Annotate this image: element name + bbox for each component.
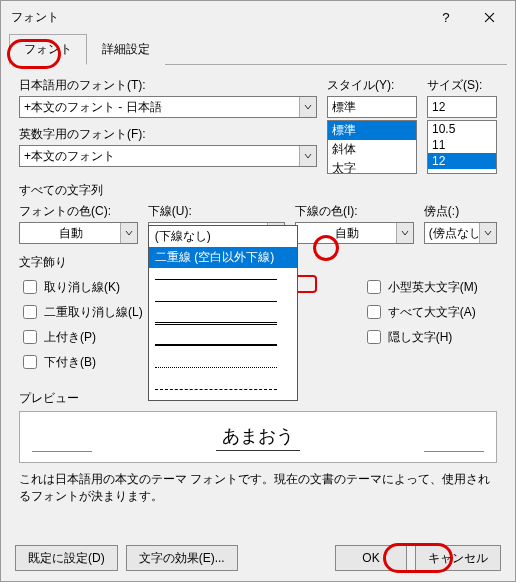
- list-item[interactable]: 斜体: [328, 140, 416, 159]
- titlebar: フォント ?: [1, 1, 515, 33]
- svg-text:?: ?: [442, 12, 449, 23]
- double-strike-checkbox[interactable]: 二重取り消し線(L): [19, 302, 143, 322]
- chevron-down-icon[interactable]: [120, 223, 137, 243]
- tab-strip: フォント 詳細設定: [9, 33, 507, 65]
- superscript-checkbox[interactable]: 上付き(P): [19, 327, 143, 347]
- underline-color-label: 下線の色(I):: [295, 203, 414, 220]
- size-listbox[interactable]: 10.5 11 12: [427, 120, 497, 174]
- list-item[interactable]: 太字: [328, 159, 416, 174]
- size-input[interactable]: [427, 96, 497, 118]
- en-font-combo[interactable]: [19, 145, 317, 167]
- jp-font-combo[interactable]: [19, 96, 317, 118]
- chevron-down-icon[interactable]: [396, 223, 413, 243]
- subscript-checkbox[interactable]: 下付き(B): [19, 352, 143, 372]
- dialog-body: 日本語用のフォント(T): 英数字用のフォント(F): スタイル(Y): 標準 …: [1, 65, 515, 521]
- strike-checkbox[interactable]: 取り消し線(K): [19, 277, 143, 297]
- ok-button[interactable]: OK: [335, 545, 407, 571]
- underline-sample[interactable]: [149, 268, 297, 290]
- size-label: サイズ(S):: [427, 77, 497, 94]
- style-listbox[interactable]: 標準 斜体 太字: [327, 120, 417, 174]
- text-effects-button[interactable]: 文字の効果(E)...: [126, 545, 238, 571]
- chevron-down-icon[interactable]: [299, 97, 316, 117]
- list-item[interactable]: 12: [428, 153, 496, 169]
- tab-font[interactable]: フォント: [9, 34, 87, 65]
- hidden-checkbox[interactable]: 隠し文字(H): [363, 327, 478, 347]
- dialog-footer: 既定に設定(D) 文字の効果(E)... OK キャンセル: [1, 545, 515, 571]
- allchars-label: すべての文字列: [19, 182, 497, 199]
- emphasis-label: 傍点(:): [424, 203, 497, 220]
- underline-dropdown[interactable]: (下線なし) 二重線 (空白以外下線): [148, 225, 298, 401]
- en-font-input[interactable]: [19, 145, 317, 167]
- list-item[interactable]: 11: [428, 137, 496, 153]
- set-default-button[interactable]: 既定に設定(D): [15, 545, 118, 571]
- underline-sample[interactable]: [149, 334, 297, 356]
- jp-font-label: 日本語用のフォント(T):: [19, 77, 317, 94]
- preview-box: あまおう: [19, 411, 497, 463]
- list-item[interactable]: 10.5: [428, 121, 496, 137]
- jp-font-input[interactable]: [19, 96, 317, 118]
- font-note: これは日本語用の本文のテーマ フォントです。現在の文書のテーマによって、使用され…: [19, 471, 497, 505]
- help-button[interactable]: ?: [423, 3, 467, 31]
- close-button[interactable]: [467, 3, 511, 31]
- dialog-title: フォント: [11, 9, 423, 26]
- font-color-combo[interactable]: [19, 222, 138, 244]
- underline-color-combo[interactable]: [295, 222, 414, 244]
- emphasis-combo[interactable]: [424, 222, 497, 244]
- style-label: スタイル(Y):: [327, 77, 417, 94]
- underline-sample[interactable]: [149, 290, 297, 312]
- underline-sample[interactable]: [149, 356, 297, 378]
- font-dialog: フォント ? フォント 詳細設定 日本語用のフォント(T): 英数字用のフォント…: [0, 0, 516, 582]
- dropdown-option-none[interactable]: (下線なし): [149, 226, 297, 247]
- style-input[interactable]: [327, 96, 417, 118]
- preview-text: あまおう: [216, 424, 300, 451]
- chevron-down-icon[interactable]: [299, 146, 316, 166]
- dropdown-option-double[interactable]: 二重線 (空白以外下線): [149, 247, 297, 268]
- chevron-down-icon[interactable]: [479, 223, 496, 243]
- font-color-label: フォントの色(C):: [19, 203, 138, 220]
- underline-sample[interactable]: [149, 312, 297, 334]
- list-item[interactable]: 標準: [328, 121, 416, 140]
- allcaps-checkbox[interactable]: すべて大文字(A): [363, 302, 478, 322]
- underline-sample[interactable]: [149, 378, 297, 400]
- underline-label: 下線(U):: [148, 203, 285, 220]
- tab-advanced[interactable]: 詳細設定: [87, 34, 165, 65]
- cancel-button[interactable]: キャンセル: [415, 545, 501, 571]
- smallcaps-checkbox[interactable]: 小型英大文字(M): [363, 277, 478, 297]
- en-font-label: 英数字用のフォント(F):: [19, 126, 317, 143]
